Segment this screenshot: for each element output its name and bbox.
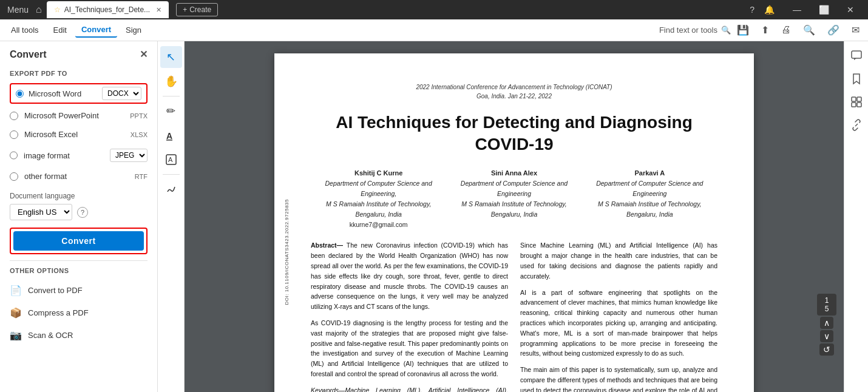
menu-icon[interactable]: Menu [5, 5, 31, 15]
language-select[interactable]: English US English UK [10, 204, 72, 220]
svg-rect-6 [857, 97, 861, 101]
page-down-button[interactable]: ∨ [820, 330, 833, 342]
ppt-label: Microsoft PowerPoint [24, 111, 124, 120]
link-sidebar-button[interactable] [847, 115, 866, 135]
col2-para2: AI is a part of software engineering tha… [520, 288, 717, 359]
compress-icon: 📦 [10, 307, 22, 319]
svg-rect-7 [852, 103, 856, 107]
pdf-convert-icon: 📄 [10, 285, 22, 296]
bookmarks-button[interactable] [847, 69, 866, 89]
convert-button[interactable]: Convert [13, 231, 144, 251]
keywords-para: Keywords—Machine Learning (ML), Artifici… [311, 385, 508, 392]
page-up-button[interactable]: ∧ [820, 317, 833, 329]
select-tool-button[interactable]: ↖ [160, 46, 182, 68]
window-controls: — ⬜ ✕ [784, 0, 863, 19]
pdf-content: Abstract— The new Coronavirus infection … [311, 240, 717, 392]
menu-convert[interactable]: Convert [75, 22, 117, 38]
toolbar: ↖ ✋ ✏ A A [158, 41, 185, 392]
word-radio[interactable] [16, 90, 24, 98]
other-label: other format [24, 172, 129, 181]
word-option-box: Microsoft Word DOCX DOC [10, 83, 147, 104]
excel-radio[interactable] [10, 130, 18, 139]
tool-divider-2 [163, 174, 180, 175]
star-icon: ☆ [54, 5, 61, 14]
pdf-page: DOI: 10.1109/ICONATS3423.2022.9725835 20… [274, 53, 754, 392]
upload-icon[interactable]: ⬆ [758, 23, 773, 37]
conference-header: 2022 International Conference for Advanc… [311, 83, 717, 101]
pdf-viewer[interactable]: DOI: 10.1109/ICONATS3423.2022.9725835 20… [185, 41, 844, 392]
maximize-button[interactable]: ⬜ [811, 0, 836, 19]
page-number-display: 1 5 [817, 294, 836, 316]
lang-select-row: English US English UK ? [10, 204, 147, 220]
plus-icon: + [183, 5, 187, 14]
image-format-select[interactable]: JPEG PNG TIFF [110, 149, 147, 162]
minimize-button[interactable]: — [784, 0, 810, 19]
compress-pdf-label: Compress a PDF [28, 308, 89, 317]
image-radio[interactable] [10, 151, 18, 160]
titlebar: Menu ⌂ ☆ AI_Techniques_for_Dete... ✕ + C… [0, 0, 868, 19]
convert-button-box: Convert [10, 228, 147, 254]
refresh-button[interactable]: ↺ [819, 343, 834, 356]
svg-rect-1 [166, 140, 172, 141]
titlebar-controls: ? 🔔 [750, 5, 775, 15]
link-icon[interactable]: 🔗 [824, 23, 843, 37]
export-section-label: EXPORT PDF TO [10, 70, 147, 77]
close-button[interactable]: ✕ [838, 0, 863, 19]
convert-to-pdf-option[interactable]: 📄 Convert to PDF [10, 279, 147, 302]
text-tool-button[interactable]: A [160, 124, 182, 146]
word-format-select[interactable]: DOCX DOC [102, 87, 141, 100]
find-bar[interactable]: Find text or tools 🔍 [659, 25, 731, 35]
svg-rect-4 [852, 51, 861, 58]
image-option: image format JPEG PNG TIFF [10, 144, 147, 167]
other-ext: RTF [135, 173, 147, 180]
panel-close-button[interactable]: ✕ [140, 49, 147, 60]
word-label: Microsoft Word [29, 89, 97, 98]
comments-button[interactable] [847, 46, 866, 66]
find-text: Find text or tools [659, 25, 717, 35]
menubar-icons: 💾 ⬆ 🖨 🔍 🔗 ✉ [733, 23, 863, 37]
tab-title: AI_Techniques_for_Dete... [64, 5, 150, 14]
scan-icon: 📷 [10, 329, 22, 341]
zoom-icon[interactable]: 🔍 [799, 23, 819, 37]
doi-bar: DOI: 10.1109/ICONATS3423.2022.9725835 [284, 199, 293, 305]
search-icon[interactable]: 🔍 [721, 25, 731, 35]
col1-para2: As COVID-19 diagnosing is the lengthy pr… [311, 318, 508, 379]
hand-tool-button[interactable]: ✋ [160, 70, 182, 92]
scan-ocr-option[interactable]: 📷 Scan & OCR [10, 324, 147, 346]
tab-close-icon[interactable]: ✕ [156, 6, 161, 14]
pages-button[interactable] [847, 92, 866, 112]
other-options-label: OTHER OPTIONS [10, 267, 147, 274]
panel-body: EXPORT PDF TO Microsoft Word DOCX DOC Mi… [0, 65, 157, 392]
active-tab[interactable]: ☆ AI_Techniques_for_Dete... ✕ [47, 1, 169, 18]
signature-tool-button[interactable] [160, 178, 182, 200]
menu-sign[interactable]: Sign [120, 23, 147, 37]
create-button[interactable]: + Create [176, 3, 218, 16]
divider [10, 260, 147, 261]
svg-text:A: A [166, 131, 172, 141]
ocr-tool-button[interactable]: A [160, 149, 182, 171]
home-icon[interactable]: ⌂ [36, 4, 42, 15]
ppt-ext: PPTX [130, 112, 147, 120]
doc-lang-label: Document language [10, 192, 147, 200]
menu-all-tools[interactable]: All tools [5, 23, 45, 37]
other-radio[interactable] [10, 172, 18, 181]
bell-icon[interactable]: 🔔 [764, 5, 775, 15]
author-3: Parkavi A Department of Computer Science… [582, 168, 717, 230]
ppt-option: Microsoft PowerPoint PPTX [10, 106, 147, 125]
print-icon[interactable]: 🖨 [778, 23, 795, 37]
save-icon[interactable]: 💾 [733, 23, 753, 37]
svg-rect-8 [857, 103, 861, 107]
annotate-tool-button[interactable]: ✏ [160, 100, 182, 122]
compress-pdf-option[interactable]: 📦 Compress a PDF [10, 302, 147, 324]
svg-rect-5 [852, 97, 856, 101]
col2-para3: The main aim of this paper is to systema… [520, 365, 717, 392]
tool-divider-1 [163, 96, 180, 96]
menu-edit[interactable]: Edit [47, 23, 73, 37]
help-icon[interactable]: ? [77, 207, 88, 218]
help-icon[interactable]: ? [750, 5, 754, 15]
abstract-para: Abstract— The new Coronavirus infection … [311, 240, 508, 312]
mail-icon[interactable]: ✉ [848, 23, 863, 37]
excel-option: Microsoft Excel XLSX [10, 125, 147, 144]
current-page: 1 [822, 296, 832, 305]
ppt-radio[interactable] [10, 112, 18, 120]
